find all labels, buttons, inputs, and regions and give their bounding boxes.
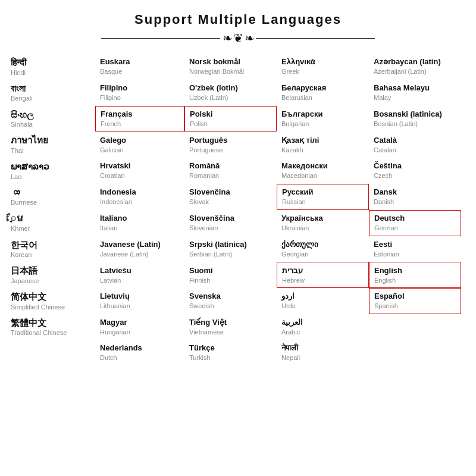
lang-english-name: Dutch [100,353,180,362]
lang-english-name: Basque [100,67,180,76]
language-cell[interactable] [6,340,95,365]
lang-english-name: Azerbaijani (Latin) [374,67,456,76]
lang-english-name: Finnish [189,276,272,284]
lang-native-name: Euskara [100,57,180,67]
language-cell[interactable]: ΕλληνικάGreek [277,54,369,80]
language-cell[interactable]: DanskDanish [369,184,461,210]
language-cell[interactable]: EuskaraBasque [95,54,184,80]
lang-native-name: Беларуская [281,83,364,93]
language-cell[interactable]: HrvatskiCroatian [95,158,184,184]
lang-english-name: Vietnamese [189,328,272,336]
lang-native-name: Español [374,292,456,302]
language-cell[interactable]: DeutschGerman [369,210,461,236]
language-cell[interactable]: МакедонскиMacedonian [277,158,369,184]
language-cell[interactable]: ພາສາລາວLao [6,158,95,184]
language-cell[interactable]: БългарскиBulgarian [277,106,369,132]
language-cell[interactable]: اردوUrdu [277,288,369,314]
language-cell[interactable]: ItalianoItalian [95,210,184,236]
language-cell[interactable]: नेपालीNepali [277,340,369,365]
language-cell[interactable]: Bosanski (latinica)Bosnian (Latin) [369,106,461,132]
language-cell[interactable] [369,314,461,340]
lang-native-name: Български [281,109,364,120]
lang-english-name: Hungarian [100,328,180,336]
language-cell[interactable]: 简体中文Simplified Chinese [6,288,95,314]
language-cell[interactable]: 日本語Japanese [6,262,95,288]
lang-english-name: Swedish [189,302,272,310]
lang-native-name: Srpski (latinica) [189,240,272,250]
divider-line-left [101,38,220,39]
lang-native-name: Македонски [281,161,364,171]
language-cell[interactable]: GalegoGalician [95,131,184,158]
lang-english-name: Bosnian (Latin) [374,120,456,128]
language-cell[interactable]: हिन्दीHindi [6,54,95,80]
language-cell[interactable]: Bahasa MelayuMalay [369,80,461,106]
language-cell[interactable]: УкраїнськаUkrainian [277,210,369,236]
lang-native-name: Galego [100,136,180,146]
language-cell[interactable]: 繁體中文Traditional Chinese [6,314,95,340]
language-cell[interactable]: IndonesiaIndonesian [95,184,184,210]
language-cell[interactable]: NederlandsDutch [95,340,184,365]
language-cell[interactable] [369,340,461,365]
lang-native-name: Čeština [374,161,456,171]
lang-english-name: Javanese (Latin) [100,250,180,258]
lang-native-name: 繁體中文 [11,317,90,329]
lang-english-name: Lao [11,173,90,181]
lang-english-name: Slovenian [189,224,272,232]
language-cell[interactable]: LatviešuLatvian [95,262,184,288]
lang-native-name: 日本語 [11,265,90,277]
language-cell[interactable]: SvenskaSwedish [184,288,277,314]
language-cell[interactable]: ែ្មKhmer [6,210,95,236]
lang-english-name: Urdu [281,302,364,310]
language-cell[interactable]: PortuguêsPortuguese [184,131,277,158]
language-cell[interactable]: EestiEstonian [369,236,461,262]
language-cell[interactable]: Norsk bokmålNorwegian Bokmål [184,54,277,80]
lang-native-name: Português [189,136,272,146]
lang-native-name: اردو [281,292,364,302]
lang-native-name: 简体中文 [11,291,90,303]
language-cell[interactable]: EnglishEnglish [369,262,461,288]
lang-english-name: Macedonian [281,171,364,180]
language-cell[interactable]: TürkçeTurkish [184,340,277,365]
language-cell[interactable]: EspañolSpanish [369,288,461,314]
language-cell[interactable]: ქართულიGeorgian [277,236,369,262]
lang-native-name: Nederlands [100,343,180,353]
lang-native-name: 한국어 [11,239,90,251]
language-cell[interactable]: РусскийRussian [277,184,369,210]
lang-native-name: Türkçe [189,343,272,353]
lang-native-name: Slovenčina [189,187,272,198]
language-cell[interactable]: עבריתHebrew [277,262,369,288]
language-cell[interactable]: PolskiPolish [184,106,277,132]
language-cell[interactable]: FilipinoFilipino [95,80,184,106]
lang-english-name: English [374,276,456,284]
lang-english-name: Filipino [100,93,180,102]
lang-english-name: Greek [281,67,364,76]
lang-native-name: Deutsch [374,214,456,224]
language-cell[interactable]: 한국어Korean [6,236,95,262]
language-cell[interactable]: বাংলাBengali [6,80,95,106]
language-cell[interactable]: MagyarHungarian [95,314,184,340]
language-cell[interactable]: සිංහලSinhala [6,106,95,132]
language-cell[interactable]: العربيةArabic [277,314,369,340]
language-cell[interactable]: ภาษาไทยThai [6,131,95,158]
language-cell[interactable]: ထBurmese [6,184,95,210]
language-cell[interactable]: CatalàCatalan [369,131,461,158]
language-cell[interactable]: SuomiFinnish [184,262,277,288]
lang-native-name: हिन्दी [11,57,90,68]
lang-native-name: עברית [282,266,364,276]
lang-native-name: Dansk [374,187,456,198]
language-cell[interactable]: Javanese (Latin)Javanese (Latin) [95,236,184,262]
language-cell[interactable]: Azərbaycan (latin)Azerbaijani (Latin) [369,54,461,80]
language-cell[interactable]: O'zbek (lotin)Uzbek (Latin) [184,80,277,106]
language-cell[interactable]: Қазақ тіліKazakh [277,131,369,158]
language-cell[interactable]: Tiếng ViệtVietnamese [184,314,277,340]
language-cell[interactable]: SlovenščinaSlovenian [184,210,277,236]
language-cell[interactable]: FrançaisFrench [95,106,184,132]
lang-english-name: Burmese [11,198,90,206]
language-cell[interactable]: SlovenčinaSlovak [184,184,277,210]
language-cell[interactable]: ČeštinaCzech [369,158,461,184]
language-cell[interactable]: БеларускаяBelarusian [277,80,369,106]
language-cell[interactable]: RomânăRomanian [184,158,277,184]
lang-english-name: Simplified Chinese [11,303,90,311]
language-cell[interactable]: Srpski (latinica)Serbian (Latin) [184,236,277,262]
language-cell[interactable]: LietuviųLithuanian [95,288,184,314]
